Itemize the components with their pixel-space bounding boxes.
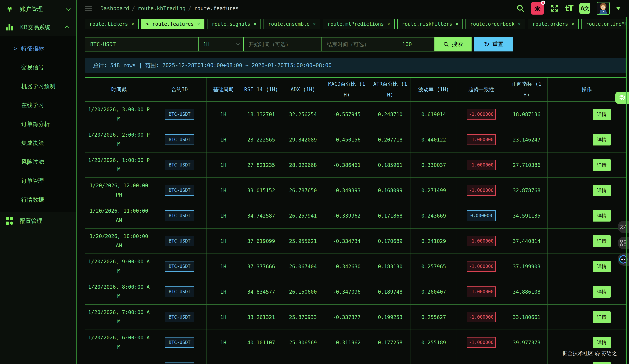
tab-route.mlPredictions[interactable]: route.mlPredictions× xyxy=(323,19,395,29)
chart-bars-icon xyxy=(6,24,14,30)
cell-contract: BTC-USDT xyxy=(153,203,206,228)
cell-adx: 28.029668 xyxy=(282,153,324,178)
detail-button[interactable]: 详情 xyxy=(593,286,611,298)
cell-period: 1H xyxy=(206,102,240,127)
detail-button[interactable]: 详情 xyxy=(593,311,611,323)
cell-positive xyxy=(506,355,548,364)
close-icon[interactable]: × xyxy=(254,21,256,27)
search-icon[interactable] xyxy=(516,4,525,13)
detail-button[interactable]: 详情 xyxy=(593,109,611,120)
tab-route.signals[interactable]: route.signals× xyxy=(207,19,261,29)
detail-button[interactable]: 详情 xyxy=(593,337,611,348)
column-header: 时间戳 xyxy=(85,78,153,101)
cell-contract: BTC-USDT xyxy=(153,305,206,330)
settings-fab[interactable] xyxy=(615,92,629,104)
chevron-down-icon xyxy=(66,6,70,11)
close-icon[interactable]: × xyxy=(387,21,390,27)
tab-route.onlineMl[interactable]: route.onlineMl× xyxy=(581,19,629,29)
detail-button[interactable]: 详情 xyxy=(593,185,611,196)
cell-positive: 34.591135 xyxy=(506,203,548,228)
cell-trend xyxy=(457,355,506,364)
close-icon[interactable]: × xyxy=(518,21,521,27)
tab-route.features[interactable]: >route.features× xyxy=(141,19,204,29)
assistant-fab[interactable] xyxy=(618,253,629,266)
result-summary: 总计: 548 rows | 范围: 2025-12-28T01:00:00+0… xyxy=(85,58,627,73)
apps-fab[interactable] xyxy=(618,237,629,249)
sidebar-subitem[interactable]: 订单管理 xyxy=(0,172,76,190)
cell-positive: 27.710386 xyxy=(506,153,548,178)
close-icon[interactable]: × xyxy=(132,21,134,27)
sidebar-item-config-management[interactable]: 配置管理 xyxy=(0,212,76,230)
contract-badge: BTC-USDT xyxy=(165,363,194,364)
contract-badge: BTC-USDT xyxy=(165,185,194,196)
cell-macd: -0.334734 xyxy=(324,229,370,254)
cell-timestamp: 1/20/2026, 8:00:00 AM xyxy=(85,279,153,304)
cell-adx: 26.067404 xyxy=(282,254,324,279)
trend-badge: 0.000000 xyxy=(467,210,496,221)
translate-fab[interactable]: 文A xyxy=(618,221,629,233)
detail-button[interactable]: 详情 xyxy=(593,159,611,171)
bug-report-button[interactable] xyxy=(531,2,544,14)
detail-button[interactable]: 详情 xyxy=(593,362,611,364)
sidebar-subitem[interactable]: >特征指标 xyxy=(0,39,76,58)
cell-volatility: 0.241029 xyxy=(411,229,457,254)
sidebar-subitem[interactable]: 在线学习 xyxy=(0,96,76,115)
breadcrumb-item: route.features xyxy=(194,5,239,11)
tab-route.tickers[interactable]: route.tickers× xyxy=(85,19,139,29)
cell-atr: 0.183130 xyxy=(370,254,411,279)
breadcrumb-item[interactable]: Dashboard xyxy=(100,5,129,11)
sidebar-item-kb-trading-system[interactable]: KB交易系统 xyxy=(0,18,76,36)
user-menu-caret-icon[interactable] xyxy=(616,7,621,10)
language-switch-icon[interactable]: A文 xyxy=(579,3,590,14)
detail-button[interactable]: 详情 xyxy=(593,261,611,272)
cell-volatility: 0.330037 xyxy=(411,153,457,178)
cell-positive: 37.440814 xyxy=(506,229,548,254)
contract-badge: BTC-USDT xyxy=(165,337,194,348)
sidebar-subitem[interactable]: 机器学习预测 xyxy=(0,77,76,96)
limit-input[interactable] xyxy=(397,41,434,47)
chevron-down-icon xyxy=(236,42,240,46)
cell-positive: 23.146247 xyxy=(506,127,548,152)
symbol-input[interactable] xyxy=(85,41,198,47)
contract-badge: BTC-USDT xyxy=(165,109,194,120)
sidebar-subitem[interactable]: 交易信号 xyxy=(0,58,76,77)
sidebar-subitem[interactable]: 集成决策 xyxy=(0,134,76,153)
scrollbar[interactable] xyxy=(626,17,627,364)
close-icon[interactable]: × xyxy=(313,21,316,27)
gear-icon xyxy=(618,94,626,102)
tab-bar: route.tickers×>route.features×route.sign… xyxy=(77,17,629,31)
close-icon[interactable]: × xyxy=(197,21,200,27)
close-icon[interactable]: × xyxy=(571,21,574,27)
sidebar-item-account-management[interactable]: ¥ 账户管理 xyxy=(0,0,76,18)
font-size-icon[interactable]: tT xyxy=(565,4,573,13)
tab-route.orderbook[interactable]: route.orderbook× xyxy=(466,19,525,29)
search-button[interactable]: 搜索 xyxy=(434,37,472,51)
table-body: 1/20/2026, 3:00:00 PMBTC-USDT1H18.132701… xyxy=(85,101,627,364)
fullscreen-icon[interactable] xyxy=(550,4,559,13)
detail-button[interactable]: 详情 xyxy=(593,210,611,222)
tab-route.riskFilters[interactable]: route.riskFilters× xyxy=(397,19,463,29)
column-header: ADX (1H) xyxy=(282,78,324,101)
start-time-input[interactable] xyxy=(244,41,321,47)
sidebar-collapse-icon[interactable] xyxy=(85,6,92,11)
table-header-row: 时间戳合约ID基础周期RSI 14 (1H)ADX (1H)MACD百分比 (1… xyxy=(85,78,627,101)
detail-button[interactable]: 详情 xyxy=(593,235,611,247)
sidebar-subitem[interactable]: 风险过滤 xyxy=(0,153,76,172)
tab-label: route.riskFilters xyxy=(402,21,452,27)
end-time-input[interactable] xyxy=(322,41,397,47)
reset-button[interactable]: ↻ 重置 xyxy=(474,37,513,51)
avatar[interactable] xyxy=(597,2,610,15)
close-icon[interactable]: × xyxy=(456,21,458,27)
detail-button[interactable]: 详情 xyxy=(593,134,611,146)
cell-macd: -0.557945 xyxy=(324,102,370,127)
sidebar-subitem[interactable]: 订单簿分析 xyxy=(0,115,76,134)
cell-positive: 32.878768 xyxy=(506,178,548,203)
sidebar-subitem[interactable]: 行情数据 xyxy=(0,190,76,209)
sidebar-subitem-label: 集成决策 xyxy=(21,139,44,147)
trend-badge: -1.000000 xyxy=(467,337,496,348)
tab-route.orders[interactable]: route.orders× xyxy=(528,19,579,29)
period-select[interactable]: 1H xyxy=(198,37,244,51)
breadcrumb-item[interactable]: route.kbTrading xyxy=(138,5,186,11)
sidebar-submenu: >特征指标交易信号机器学习预测在线学习订单簿分析集成决策风险过滤订单管理行情数据 xyxy=(0,36,76,212)
tab-route.ensemble[interactable]: route.ensemble× xyxy=(264,19,320,29)
